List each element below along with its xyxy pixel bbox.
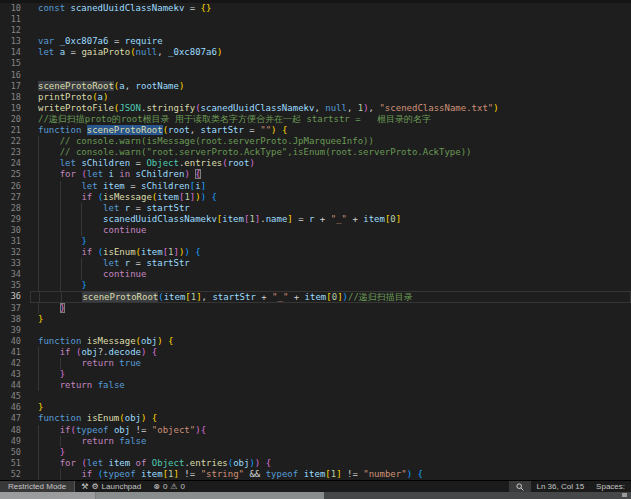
line-number[interactable]: 16	[0, 70, 21, 81]
code-line[interactable]: 48if(typeof obj != "object"){	[0, 425, 631, 436]
code-line[interactable]: 45	[0, 391, 631, 402]
restricted-mode-item[interactable]: Restricted Mode	[0, 481, 75, 492]
line-number[interactable]: 13	[0, 36, 21, 47]
line-number[interactable]: 11	[0, 14, 21, 25]
code-line[interactable]: 43}	[0, 369, 631, 380]
line-number[interactable]: 33	[0, 258, 21, 269]
code-line[interactable]: 39	[0, 325, 631, 336]
line-number[interactable]: 22	[0, 136, 21, 147]
line-number[interactable]: 39	[0, 325, 21, 336]
code-line[interactable]: 31}	[0, 236, 631, 247]
problems-item[interactable]: ⊗ 0 ⚠ 0	[147, 481, 191, 492]
code-line[interactable]: 33let r = startStr	[0, 258, 631, 269]
code-line[interactable]: 10const scanedUuidClassNamekv = {}	[0, 3, 631, 14]
code-line[interactable]: 30continue	[0, 225, 631, 236]
line-number[interactable]: 42	[0, 358, 21, 369]
code-line[interactable]: 41if (obj?.decode) {	[0, 347, 631, 358]
token: let	[87, 458, 103, 468]
code-line[interactable]: 38}	[0, 314, 631, 325]
line-number[interactable]: 44	[0, 380, 21, 391]
line-number[interactable]: 19	[0, 103, 21, 114]
code-line[interactable]: 25for (let i in sChildren) {	[0, 169, 631, 180]
code-line[interactable]: 50}	[0, 447, 631, 458]
line-number[interactable]: 40	[0, 336, 21, 347]
line-number[interactable]: 32	[0, 247, 21, 258]
line-number[interactable]: 29	[0, 214, 21, 225]
line-number[interactable]: 31	[0, 236, 21, 247]
indent-guide	[60, 225, 82, 236]
line-number[interactable]: 45	[0, 391, 21, 402]
code-line[interactable]: 51for (let item of Object.entries(obj)) …	[0, 458, 631, 469]
line-number[interactable]: 52	[0, 469, 21, 480]
line-number[interactable]: 14	[0, 47, 21, 58]
code-line[interactable]: 15	[0, 58, 631, 69]
code-line[interactable]: 18printProto(a)	[0, 92, 631, 103]
code-line[interactable]: 44return false	[0, 380, 631, 391]
cursor-position-item[interactable]: Ln 36, Col 15	[531, 481, 591, 492]
line-number[interactable]: 28	[0, 203, 21, 214]
line-number[interactable]: 36	[0, 291, 21, 302]
line-content: //递归扫描proto的root根目录 用于读取类名字方便合并在一起 start…	[38, 114, 631, 125]
code-line[interactable]: 34continue	[0, 269, 631, 280]
code-line[interactable]: 29scanedUuidClassNamekv[item[1].name] = …	[0, 214, 631, 225]
line-number[interactable]: 37	[0, 303, 21, 314]
code-line[interactable]: 14let a = gaiaProto(null, _0xc807a6)	[0, 47, 631, 58]
token: !=	[179, 469, 201, 479]
line-content: function sceneProtoRoot(root, startStr =…	[38, 125, 631, 136]
line-number[interactable]: 20	[0, 114, 21, 125]
code-line[interactable]: 22// console.warn(isMessage(root.serverP…	[0, 136, 631, 147]
code-line[interactable]: 13var _0xc807a6 = require	[0, 36, 631, 47]
line-number[interactable]: 26	[0, 181, 21, 192]
code-line[interactable]: 37}	[0, 303, 631, 314]
code-line[interactable]: 24let sChildren = Object.entries(root)	[0, 158, 631, 169]
token: obj	[233, 458, 249, 468]
line-number[interactable]: 46	[0, 402, 21, 413]
code-line[interactable]: 21function sceneProtoRoot(root, startStr…	[0, 125, 631, 136]
code-line[interactable]: 12	[0, 25, 631, 36]
line-number[interactable]: 17	[0, 81, 21, 92]
code-line[interactable]: 35}	[0, 280, 631, 291]
line-number[interactable]: 41	[0, 347, 21, 358]
code-editor[interactable]: 10const scanedUuidClassNamekv = {}111213…	[0, 0, 631, 480]
line-number[interactable]: 49	[0, 436, 21, 447]
line-number[interactable]: 18	[0, 92, 21, 103]
code-line[interactable]: 17sceneProtoRoot(a, rootName)	[0, 81, 631, 92]
code-line[interactable]: 49return false	[0, 436, 631, 447]
code-line[interactable]: 46}	[0, 402, 631, 413]
line-number[interactable]: 21	[0, 125, 21, 136]
token: return	[81, 436, 114, 446]
code-line[interactable]: 36sceneProtoRoot(item[1], startStr + "_"…	[0, 291, 631, 302]
line-number[interactable]: 23	[0, 147, 21, 158]
code-line[interactable]: 16	[0, 70, 631, 81]
line-number[interactable]: 25	[0, 169, 21, 180]
code-line[interactable]: 28let r = startStr	[0, 203, 631, 214]
code-line[interactable]: 20//递归扫描proto的root根目录 用于读取类名字方便合并在一起 sta…	[0, 114, 631, 125]
line-number[interactable]: 47	[0, 413, 21, 424]
line-number[interactable]: 51	[0, 458, 21, 469]
launchpad-item[interactable]: ⚒ ⚙ Launchpad	[75, 481, 147, 492]
code-line[interactable]: 23// console.warn("root.serverProto.AckT…	[0, 147, 631, 158]
code-line[interactable]: 26let item = sChildren[i]	[0, 181, 631, 192]
line-number[interactable]: 24	[0, 158, 21, 169]
code-line[interactable]: 19writeProtoFile(JSON.stringify(scanedUu…	[0, 103, 631, 114]
search-item[interactable]	[509, 481, 531, 492]
code-line[interactable]: 52if (typeof item[1] != "string" && type…	[0, 469, 631, 480]
line-number[interactable]: 30	[0, 225, 21, 236]
line-number[interactable]: 50	[0, 447, 21, 458]
line-number[interactable]: 43	[0, 369, 21, 380]
code-line[interactable]: 32if (isEnum(item[1])) {	[0, 247, 631, 258]
line-number[interactable]: 38	[0, 314, 21, 325]
code-line[interactable]: 47function isEnum(obj) {	[0, 413, 631, 424]
code-line[interactable]: 11	[0, 14, 631, 25]
line-number[interactable]: 27	[0, 192, 21, 203]
code-line[interactable]: 42return true	[0, 358, 631, 369]
code-line[interactable]: 40function isMessage(obj) {	[0, 336, 631, 347]
line-number[interactable]: 15	[0, 58, 21, 69]
line-number[interactable]: 48	[0, 425, 21, 436]
line-number[interactable]: 12	[0, 25, 21, 36]
line-number[interactable]: 10	[0, 3, 21, 14]
line-number[interactable]: 34	[0, 269, 21, 280]
indentation-item[interactable]: Spaces:	[590, 481, 631, 492]
line-number[interactable]: 35	[0, 280, 21, 291]
code-line[interactable]: 27if (isMessage(item[1])) {	[0, 192, 631, 203]
